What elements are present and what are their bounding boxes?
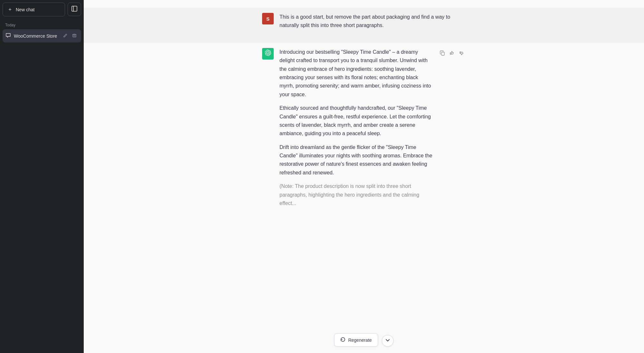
thumbs-down-button[interactable]: [458, 49, 466, 57]
delete-chat-button[interactable]: [71, 33, 78, 39]
new-chat-label: New chat: [16, 7, 34, 12]
ai-message-actions: [439, 49, 466, 57]
ai-message-body: Introducing our bestselling "Sleepy Time…: [279, 48, 433, 208]
sidebar-icon: [71, 6, 77, 13]
chat-scroll[interactable]: S This is a good start, but remove the p…: [84, 0, 644, 330]
user-message-row: S This is a good start, but remove the p…: [262, 13, 466, 30]
scroll-down-button[interactable]: [382, 335, 393, 347]
ai-paragraph-4: (Note: The product description is now sp…: [279, 182, 433, 208]
svg-rect-0: [72, 6, 77, 11]
sidebar-toggle-button[interactable]: [68, 3, 81, 16]
ai-paragraph-1: Introducing our bestselling "Sleepy Time…: [279, 48, 433, 99]
svg-rect-7: [441, 52, 444, 55]
user-message-text: This is a good start, but remove the par…: [279, 13, 466, 30]
user-avatar-letter: S: [266, 16, 270, 22]
edit-chat-button[interactable]: [62, 33, 69, 39]
thumbs-up-button[interactable]: [448, 49, 456, 57]
user-message-container: S This is a good start, but remove the p…: [254, 13, 473, 30]
ai-logo-icon: [265, 50, 271, 58]
today-section: Today WooCommerce Store: [3, 22, 81, 42]
svg-rect-8: [450, 53, 451, 54]
chevron-down-icon: [385, 338, 390, 344]
ai-paragraph-2: Ethically sourced and thoughtfully handc…: [279, 104, 433, 138]
regenerate-icon: [340, 337, 346, 343]
user-message-wrapper: S This is a good start, but remove the p…: [84, 8, 644, 43]
ai-message-container: Introducing our bestselling "Sleepy Time…: [254, 48, 473, 208]
ai-message-wrapper: Introducing our bestselling "Sleepy Time…: [84, 43, 644, 221]
chat-item-left: WooCommerce Store: [6, 33, 62, 39]
new-chat-button[interactable]: ＋ New chat: [3, 3, 65, 16]
chat-item-actions: [62, 33, 78, 39]
regenerate-button[interactable]: Regenerate: [334, 333, 378, 347]
chat-item-woocommerce[interactable]: WooCommerce Store: [3, 29, 81, 42]
main-content: S This is a good start, but remove the p…: [84, 0, 644, 353]
bottom-bar: Regenerate: [84, 330, 644, 353]
sidebar-top: ＋ New chat: [3, 3, 81, 16]
user-avatar: S: [262, 13, 274, 24]
today-label: Today: [3, 22, 81, 29]
copy-button[interactable]: [439, 49, 446, 57]
user-message-body: This is a good start, but remove the par…: [279, 13, 466, 30]
chat-bubble-icon: [6, 33, 11, 39]
sidebar: ＋ New chat Today WooCommerce Store: [0, 0, 84, 353]
plus-icon: ＋: [7, 6, 13, 13]
svg-rect-9: [460, 52, 461, 53]
ai-message-row: Introducing our bestselling "Sleepy Time…: [262, 48, 466, 208]
ai-avatar: [262, 48, 274, 60]
chat-item-name: WooCommerce Store: [14, 33, 57, 39]
regenerate-label: Regenerate: [348, 338, 372, 343]
ai-paragraph-3: Drift into dreamland as the gentle flick…: [279, 143, 433, 177]
